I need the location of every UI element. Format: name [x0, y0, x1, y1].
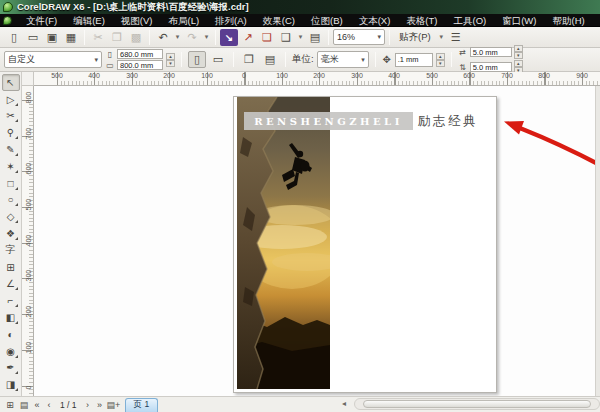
menu-item-window[interactable]: 窗口(W): [494, 14, 544, 27]
poster-banner[interactable]: RENSHENGZHELI: [244, 112, 413, 130]
page-height-field[interactable]: 800.0 mm: [117, 60, 163, 70]
page-preset-value: 自定义: [8, 53, 35, 66]
nudge-spinner[interactable]: ▴ ▾: [436, 53, 445, 67]
coreldraw-menu-icon[interactable]: [3, 16, 12, 25]
rectangle-tool[interactable]: □: [2, 175, 20, 192]
welcome-screen-icon[interactable]: ▤: [306, 29, 324, 46]
publish-pdf-icon[interactable]: ❏: [258, 29, 276, 46]
menu-item-layout[interactable]: 布局(L): [160, 14, 207, 27]
menu-item-bitmaps[interactable]: 位图(B): [303, 14, 351, 27]
portrait-button[interactable]: ▯: [188, 51, 206, 68]
nudge-field[interactable]: .1 mm: [395, 53, 433, 67]
menu-item-text[interactable]: 文本(X): [351, 14, 399, 27]
previous-page-button[interactable]: ‹: [44, 400, 54, 410]
undo-dropdown-icon[interactable]: ▾: [173, 29, 182, 46]
combo-arrow-icon: ▾: [377, 33, 381, 41]
crop-tool[interactable]: ✂: [2, 108, 20, 125]
menu-item-edit[interactable]: 编辑(E): [65, 14, 113, 27]
ellipse-tool[interactable]: ○: [2, 192, 20, 209]
options-icon[interactable]: ☰: [447, 29, 465, 46]
redo-icon: ↷: [183, 29, 201, 46]
page-flip-icon[interactable]: ▤: [18, 400, 30, 410]
menu-bar: 文件(F) 编辑(E) 视图(V) 布局(L) 排列(A) 效果(C) 位图(B…: [0, 14, 600, 27]
polygon-tool[interactable]: ◇: [2, 208, 20, 225]
landscape-button[interactable]: ▭: [209, 51, 227, 68]
hruler-label: 300: [351, 72, 363, 79]
poster-title-text[interactable]: 励志经典: [418, 113, 478, 130]
text-tool[interactable]: 字: [2, 242, 20, 259]
ruler-origin-corner[interactable]: [22, 72, 34, 86]
poster-page[interactable]: RENSHENGZHELI 励志经典: [233, 96, 497, 393]
hruler-label: 400: [88, 72, 100, 79]
dimension-tool[interactable]: ∠: [2, 276, 20, 293]
coreldraw-logo-icon: [3, 2, 13, 12]
toolbar-separator: [215, 30, 216, 45]
shape-tool[interactable]: ▷: [2, 91, 20, 108]
vertical-scrollbar[interactable]: [595, 86, 600, 396]
smart-fill-tool[interactable]: ✶: [2, 158, 20, 175]
connector-tool[interactable]: ⌐: [2, 292, 20, 309]
horizontal-scrollbar[interactable]: [354, 398, 600, 410]
print-icon[interactable]: ▦: [62, 29, 80, 46]
new-document-icon[interactable]: ▯: [5, 29, 23, 46]
menu-item-table[interactable]: 表格(T): [398, 14, 445, 27]
import-icon[interactable]: ↘: [220, 29, 238, 46]
cut-icon: ✂: [89, 29, 107, 46]
snap-dropdown-icon[interactable]: ▾: [437, 29, 446, 46]
eyedropper-tool[interactable]: ◉: [2, 343, 20, 360]
units-combo[interactable]: 毫米 ▾: [317, 51, 369, 68]
vertical-ruler[interactable]: 800 700 600 500 400 300 200 100 0: [22, 86, 34, 396]
undo-icon[interactable]: ↶: [154, 29, 172, 46]
nudge-icon: ✥: [382, 54, 392, 65]
copy-icon: ❐: [108, 29, 126, 46]
outline-pen-tool[interactable]: ✒: [2, 360, 20, 377]
freehand-tool[interactable]: ✎: [2, 141, 20, 158]
menu-item-arrange[interactable]: 排列(A): [207, 14, 255, 27]
app-window: CorelDRAW X6 - [D:\桌上临时资料\百度经验\海报.cdr] 文…: [0, 0, 600, 412]
zoom-level-combo[interactable]: 16% ▾: [333, 29, 385, 45]
save-icon[interactable]: ▣: [43, 29, 61, 46]
scroll-left-icon[interactable]: ◂: [342, 399, 346, 408]
menu-item-effects[interactable]: 效果(C): [255, 14, 303, 27]
horizontal-ruler[interactable]: 500 400 300 200 100 0 100 200 300 400 50…: [34, 72, 600, 86]
add-page-icon[interactable]: ▤+: [107, 400, 119, 410]
pick-tool[interactable]: ↖: [2, 74, 20, 91]
vruler-label: 700: [25, 130, 32, 140]
open-icon[interactable]: ▭: [24, 29, 42, 46]
drawing-canvas[interactable]: RENSHENGZHELI 励志经典: [34, 86, 600, 396]
basic-shapes-tool[interactable]: ❖: [2, 225, 20, 242]
page-tab-1[interactable]: 页 1: [125, 398, 159, 412]
table-tool[interactable]: ⊞: [2, 259, 20, 276]
zoom-tool[interactable]: ⚲: [2, 124, 20, 141]
fill-tool[interactable]: ◨: [2, 376, 20, 393]
page-size-spinner[interactable]: ▴ ▾: [166, 53, 175, 67]
snap-to-button[interactable]: 贴齐(P): [394, 29, 436, 46]
toolbar-separator: [84, 30, 85, 45]
menu-item-file[interactable]: 文件(F): [18, 14, 65, 27]
vruler-label: 100: [25, 344, 32, 354]
current-page-button[interactable]: ▤: [261, 51, 279, 68]
transparency-tool[interactable]: ◐: [2, 326, 20, 343]
next-page-button[interactable]: ›: [83, 400, 93, 410]
menu-item-help[interactable]: 帮助(H): [544, 14, 592, 27]
duplicate-x-field[interactable]: 5.0 mm: [470, 47, 512, 57]
export-icon[interactable]: ↗: [239, 29, 257, 46]
duplicate-x-spinner[interactable]: ▴▾: [514, 45, 523, 59]
launcher-dropdown-icon[interactable]: ▾: [296, 29, 305, 46]
duplicate-x-icon: ⇄: [458, 48, 468, 57]
page-size-fields: ▯ 680.0 mm ▭ 800.0 mm: [105, 49, 163, 70]
page-width-field[interactable]: 680.0 mm: [117, 49, 163, 59]
duplicate-y-field[interactable]: 5.0 mm: [470, 62, 512, 72]
paste-icon: ▩: [127, 29, 145, 46]
navigator-grid-icon[interactable]: ⊞: [4, 400, 16, 410]
blend-tool[interactable]: ◧: [2, 309, 20, 326]
last-page-button[interactable]: »: [95, 400, 105, 410]
application-launcher-icon[interactable]: ❑: [277, 29, 295, 46]
menu-item-tools[interactable]: 工具(O): [445, 14, 494, 27]
hruler-label: 0: [242, 72, 246, 79]
first-page-button[interactable]: «: [32, 400, 42, 410]
menu-item-view[interactable]: 视图(V): [113, 14, 161, 27]
page-preset-combo[interactable]: 自定义 ▾: [4, 51, 102, 68]
horizontal-scrollbar-thumb[interactable]: [363, 400, 591, 408]
all-pages-button[interactable]: ❐: [240, 51, 258, 68]
